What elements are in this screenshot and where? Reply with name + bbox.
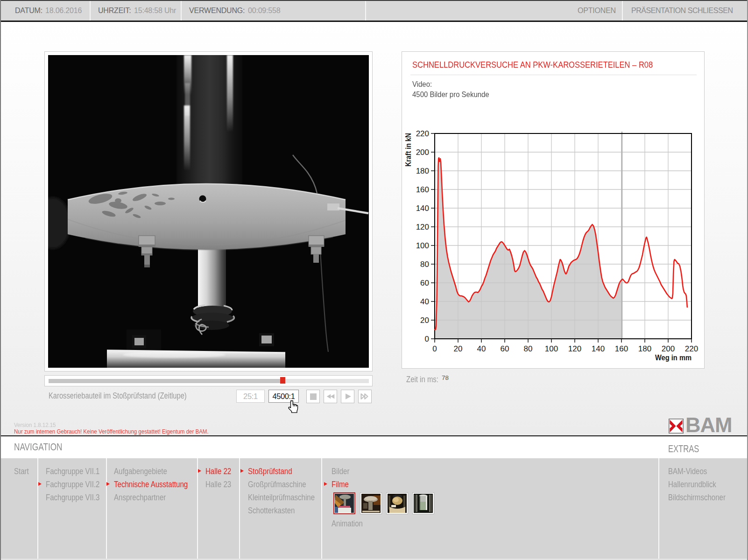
svg-text:120: 120 [568, 344, 581, 353]
svg-text:140: 140 [592, 344, 605, 353]
svg-text:20: 20 [454, 344, 463, 353]
svg-text:120: 120 [416, 223, 429, 231]
svg-text:220: 220 [416, 129, 429, 138]
svg-text:80: 80 [420, 260, 429, 269]
svg-text:200: 200 [662, 344, 675, 353]
svg-text:Weg in mm: Weg in mm [655, 353, 692, 362]
svg-text:180: 180 [416, 167, 429, 175]
svg-text:0: 0 [432, 344, 437, 353]
svg-text:100: 100 [416, 241, 429, 250]
svg-text:40: 40 [477, 344, 486, 353]
svg-text:200: 200 [416, 148, 429, 157]
svg-text:140: 140 [416, 204, 429, 213]
svg-text:160: 160 [416, 185, 429, 194]
svg-text:60: 60 [501, 344, 509, 353]
svg-text:60: 60 [420, 279, 429, 287]
svg-text:0: 0 [425, 335, 429, 343]
svg-text:220: 220 [685, 344, 698, 353]
svg-text:180: 180 [638, 344, 651, 353]
svg-text:100: 100 [545, 344, 558, 353]
svg-text:40: 40 [420, 297, 429, 306]
svg-text:160: 160 [615, 344, 628, 353]
svg-text:80: 80 [524, 344, 533, 353]
svg-text:Kraft in kN: Kraft in kN [404, 133, 413, 167]
svg-text:20: 20 [420, 316, 429, 325]
